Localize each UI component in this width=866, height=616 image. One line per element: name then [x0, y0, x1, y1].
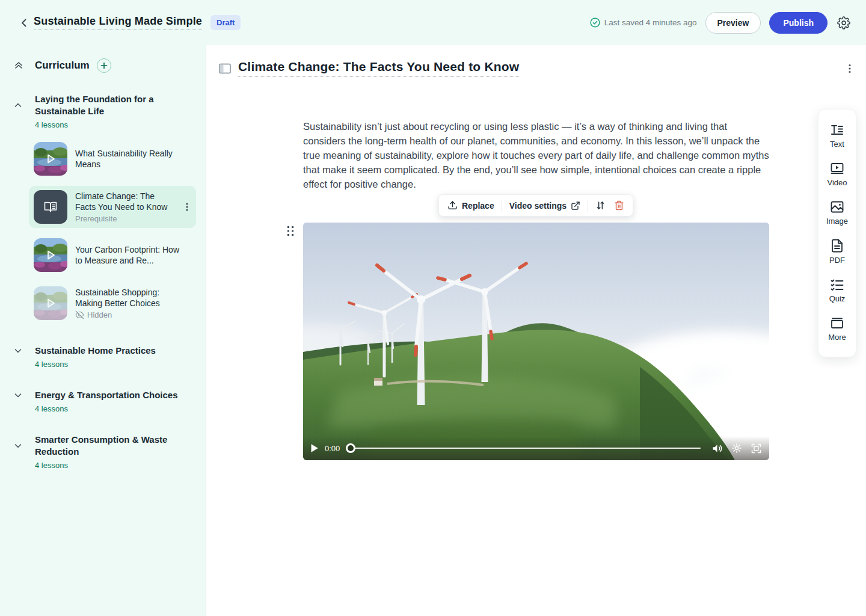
course-title[interactable]: Sustainable Living Made Simple — [34, 15, 202, 30]
image-icon — [830, 200, 844, 214]
kebab-icon — [846, 63, 854, 74]
lesson-item-hidden[interactable]: Sustainable Shopping: Making Better Choi… — [29, 282, 196, 324]
chevron-down-icon[interactable] — [13, 346, 24, 356]
curriculum-section: Sustainable Home Practices 4 lessons — [10, 345, 196, 369]
pdf-icon — [831, 239, 844, 253]
palette-item-image[interactable]: Image — [818, 194, 856, 232]
replace-button[interactable]: Replace — [446, 198, 496, 213]
palette-item-label: More — [828, 333, 846, 342]
play-icon — [34, 286, 67, 320]
reorder-button[interactable] — [594, 198, 607, 213]
section-lesson-count: 4 lessons — [35, 404, 196, 413]
progress-track[interactable] — [354, 448, 701, 449]
lesson-options-button[interactable] — [846, 63, 854, 74]
upload-icon — [447, 200, 458, 211]
lesson-item[interactable]: What Sustainability Really Means — [29, 138, 196, 180]
settings-icon — [731, 443, 742, 454]
play-icon — [34, 238, 67, 272]
play-icon — [310, 443, 319, 453]
plus-icon — [100, 62, 108, 69]
section-lesson-count: 4 lessons — [35, 461, 196, 470]
video-settings-button[interactable]: Video settings — [508, 199, 582, 213]
section-header[interactable]: Smarter Consumption & Waste Reduction — [10, 434, 196, 458]
palette-item-label: Quiz — [829, 294, 846, 303]
section-title: Sustainable Home Practices — [35, 345, 179, 357]
play-button[interactable] — [310, 443, 319, 453]
lesson-title: Your Carbon Footprint: How to Measure an… — [75, 244, 183, 266]
settings-button[interactable] — [837, 16, 850, 29]
volume-button[interactable] — [711, 443, 723, 454]
delete-block-button[interactable] — [613, 198, 625, 213]
curriculum-header: Curriculum — [10, 58, 196, 73]
external-link-icon — [571, 201, 580, 211]
lesson-kebab-button[interactable] — [183, 202, 191, 212]
lesson-text: What Sustainability Really Means — [75, 148, 183, 170]
video-controls-right — [711, 443, 762, 454]
palette-item-more[interactable]: More — [818, 310, 856, 348]
lesson-meta: Prerequisite — [75, 214, 175, 223]
section-lesson-count: 4 lessons — [35, 360, 196, 369]
video-player[interactable]: 0:00 — [303, 223, 769, 460]
video-controls: 0:00 — [303, 436, 769, 460]
panel-toggle-button[interactable] — [219, 63, 231, 74]
lesson-reading-thumbnail — [34, 190, 67, 224]
palette-item-video[interactable]: Video — [818, 155, 856, 194]
lesson-text: Climate Change: The Facts You Need to Kn… — [75, 191, 175, 223]
lesson-video-thumbnail — [34, 142, 67, 176]
section-header[interactable]: Laying the Foundation for a Sustainable … — [10, 93, 196, 117]
back-button[interactable] — [16, 14, 32, 31]
lesson-title: Sustainable Shopping: Making Better Choi… — [75, 287, 183, 309]
toolbar-divider — [502, 200, 502, 212]
eye-off-icon — [75, 310, 84, 319]
fullscreen-icon — [751, 443, 762, 454]
video-timestamp: 0:00 — [325, 444, 340, 453]
trash-icon — [614, 200, 624, 211]
lesson-title: Climate Change: The Facts You Need to Kn… — [75, 191, 175, 212]
preview-button[interactable]: Preview — [705, 12, 761, 34]
publish-button[interactable]: Publish — [769, 12, 828, 34]
panel-toggle-icon — [219, 63, 231, 74]
fullscreen-button[interactable] — [751, 443, 762, 454]
chevron-down-icon[interactable] — [13, 390, 24, 400]
lesson-item[interactable]: Your Carbon Footprint: How to Measure an… — [29, 234, 196, 276]
curriculum-section: Smarter Consumption & Waste Reduction 4 … — [10, 434, 196, 470]
text-icon — [830, 123, 844, 137]
kebab-icon — [183, 202, 191, 212]
lesson-meta-label: Hidden — [87, 310, 112, 319]
palette-item-text[interactable]: Text — [818, 117, 856, 155]
status-badge: Draft — [210, 15, 241, 30]
add-curriculum-button[interactable] — [97, 58, 111, 73]
video-progress-bar[interactable] — [346, 443, 701, 453]
topbar: Sustainable Living Made Simple Draft Las… — [0, 0, 866, 45]
palette-item-quiz[interactable]: Quiz — [818, 271, 856, 310]
collapse-all-button[interactable] — [13, 60, 24, 71]
video-block[interactable]: 0:00 — [303, 223, 769, 460]
play-icon — [34, 142, 67, 176]
section-title: Smarter Consumption & Waste Reduction — [35, 434, 179, 458]
page-title[interactable]: Climate Change: The Facts You Need to Kn… — [238, 60, 519, 77]
reorder-icon — [595, 200, 606, 211]
drag-handle-icon[interactable] — [287, 226, 294, 236]
curriculum-section: Laying the Foundation for a Sustainable … — [10, 93, 196, 324]
palette-item-pdf[interactable]: PDF — [818, 232, 856, 271]
volume-icon — [711, 443, 723, 454]
lesson-video-thumbnail — [34, 286, 67, 320]
quiz-icon — [830, 278, 844, 291]
video-settings-label: Video settings — [509, 201, 567, 211]
last-saved-text: Last saved 4 minutes ago — [604, 18, 697, 27]
lesson-paragraph[interactable]: Sustainability isn’t just about recyclin… — [303, 119, 771, 191]
chevron-up-icon[interactable] — [13, 100, 24, 110]
lesson-editor: Climate Change: The Facts You Need to Kn… — [207, 45, 866, 616]
lesson-item-selected[interactable]: Climate Change: The Facts You Need to Kn… — [29, 186, 196, 228]
lesson-title: What Sustainability Really Means — [75, 148, 183, 170]
section-header[interactable]: Energy & Transportation Choices — [10, 389, 196, 401]
chevron-down-icon[interactable] — [13, 441, 24, 451]
video-settings-gear-button[interactable] — [731, 443, 742, 454]
collapse-all-icon — [13, 60, 24, 71]
section-title: Laying the Foundation for a Sustainable … — [35, 93, 179, 117]
section-header[interactable]: Sustainable Home Practices — [10, 345, 196, 357]
replace-label: Replace — [462, 201, 494, 211]
video-icon — [830, 162, 844, 175]
lesson-video-thumbnail — [34, 238, 67, 272]
palette-item-label: Image — [826, 217, 848, 226]
